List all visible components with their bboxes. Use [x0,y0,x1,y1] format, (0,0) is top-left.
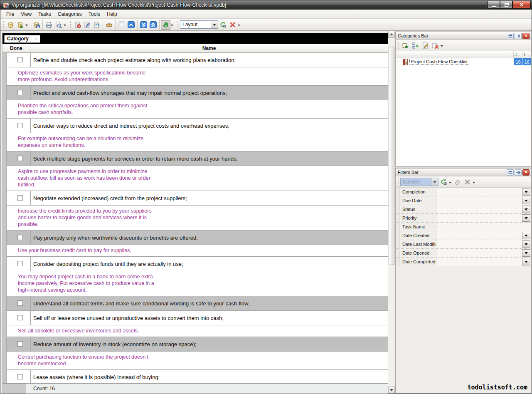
task-row[interactable]: Consider ways to reduce direct and indir… [2,119,388,133]
task-checkbox[interactable] [17,57,23,62]
toolbar-drag-handle[interactable] [177,21,178,28]
task-checkbox[interactable] [17,261,23,266]
column-header-done[interactable]: Done [2,44,30,52]
print-button[interactable] [44,20,54,30]
vertical-scrollbar[interactable] [388,31,395,394]
column-header-name[interactable]: Name [30,44,388,52]
dropdown-caret-icon[interactable] [473,182,475,185]
custom-filter-combobox[interactable]: Custom [400,178,438,186]
new-task-button[interactable] [73,20,82,30]
category-delete-button[interactable] [430,41,440,50]
categories-restore-button[interactable] [507,33,514,39]
note-row[interactable]: Control purchasing function to ensure th… [2,352,388,370]
task-checkbox[interactable] [17,374,23,379]
task-row[interactable]: Understand all contract terms and make s… [2,296,388,311]
filter-value-field[interactable] [436,196,522,205]
filter-dropdown-button[interactable] [522,188,530,196]
task-row[interactable]: Lease assets (where it is possible) inst… [2,370,388,383]
custom-filter-combobox-dropdown-button[interactable] [431,178,438,186]
edit-task-button[interactable] [82,20,92,30]
open-database-button[interactable] [15,20,25,30]
categories-close-button[interactable]: ✕ [522,33,530,39]
menu-tasks[interactable]: Tasks [35,10,54,18]
move-bottom-button[interactable] [139,20,148,30]
delete-task-button[interactable] [92,20,101,30]
category-edit-button[interactable] [420,41,430,50]
menu-tools[interactable]: Tools [85,10,103,18]
menu-file[interactable]: File [3,10,17,18]
note-row[interactable]: You may deposit project cash in a bank t… [2,271,388,296]
toolbar-drag-handle[interactable] [3,21,4,28]
menu-view[interactable]: View [17,10,35,18]
dropdown-caret-icon[interactable] [25,25,28,27]
group-by-category-button[interactable]: Category △ [4,35,40,43]
move-down-button[interactable] [117,20,126,30]
note-row[interactable]: Increase the credit limits provided to y… [2,206,388,230]
dropdown-caret-icon[interactable] [64,25,66,27]
find-button[interactable] [104,20,114,30]
note-row[interactable]: Use your business credit card to pay for… [2,245,388,257]
apply-filter-button[interactable] [438,177,448,186]
task-row[interactable]: Refine and double check each project est… [2,53,388,67]
toolbar-drag-handle[interactable] [398,42,399,49]
category-new-button[interactable] [400,41,410,50]
task-checkbox[interactable] [17,315,23,320]
filters-close-button[interactable]: ✕ [522,169,530,176]
new-database-button[interactable] [6,20,15,30]
filter-value-field[interactable] [436,223,531,231]
filter-dropdown-button[interactable] [522,240,530,248]
filters-restore-button[interactable] [507,169,514,176]
task-checkbox[interactable] [17,156,23,161]
filter-value-field[interactable] [436,214,522,222]
clear-filter-button[interactable] [462,177,472,186]
categories-pin-button[interactable] [515,33,522,39]
note-row[interactable]: Aspire to use progressive payments in or… [2,166,388,191]
print-preview-button[interactable] [54,20,63,30]
filter-dropdown-button[interactable] [522,197,530,204]
filter-dropdown-button[interactable] [522,206,530,213]
filter-dropdown-button[interactable] [522,232,530,239]
dropdown-caret-icon[interactable] [238,25,240,27]
task-checkbox[interactable] [17,235,23,240]
count-column-header[interactable]: T... [522,51,531,58]
layout-combobox-dropdown-button[interactable] [211,21,218,28]
scrollbar-thumb[interactable] [389,47,394,265]
filters-pin-button[interactable] [515,169,522,176]
filter-dropdown-button[interactable] [522,258,530,265]
move-top-button[interactable] [148,20,158,30]
task-row[interactable]: Consider depositing project funds until … [2,257,388,271]
move-up-button[interactable] [126,20,136,30]
layout-view-button[interactable] [161,20,170,30]
filter-value-field[interactable] [436,188,522,196]
task-row[interactable]: Pay promptly only when worthwhile discou… [2,230,388,245]
scroll-down-button[interactable] [388,387,395,394]
restore-button[interactable] [500,1,512,9]
menu-categories[interactable]: Categories [54,10,85,18]
note-row[interactable]: Sell all obsolete or excessive inventori… [2,325,388,337]
task-row[interactable]: Seek multiple stage payments for service… [2,151,388,166]
count-column-header[interactable]: J... [513,51,522,58]
save-database-button[interactable] [32,20,41,30]
category-item-label[interactable]: Project Cash Flow Checklist [409,59,469,65]
filter-dropdown-button[interactable] [522,214,530,222]
task-row[interactable]: Reduce amount of inventory in stock (eco… [2,337,388,352]
filter-value-field[interactable] [436,249,522,257]
category-sub-new-button[interactable] [410,41,420,50]
erase-filter-button[interactable] [452,177,462,186]
task-checkbox[interactable] [17,195,23,201]
filter-value-field[interactable] [436,231,522,240]
task-checkbox[interactable] [17,300,23,306]
filter-value-field[interactable] [436,240,522,248]
filter-dropdown-button[interactable] [522,249,530,257]
note-row[interactable]: Optimize estimates as your work specific… [2,67,388,86]
apply-layout-button[interactable] [218,20,228,30]
task-row[interactable]: Negotiate extended (increased) credit fr… [2,191,388,206]
dropdown-caret-icon[interactable] [441,45,443,48]
minimize-button[interactable] [488,1,500,9]
dropdown-caret-icon[interactable] [449,182,451,185]
delete-red-button[interactable] [228,20,237,30]
note-row[interactable]: For example outsourcing can be a solutio… [2,133,388,151]
note-row[interactable]: Prioritize the critical operations and p… [2,100,388,119]
filter-value-field[interactable] [436,205,522,213]
task-row[interactable]: Sell off or lease some unused or unprodu… [2,311,388,325]
